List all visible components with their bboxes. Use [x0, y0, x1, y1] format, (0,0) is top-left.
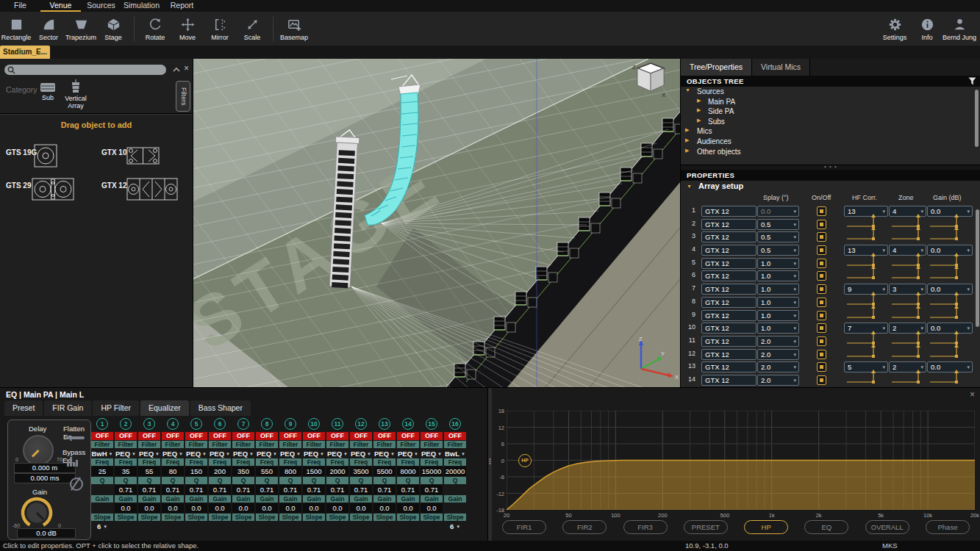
response-plot[interactable]: HP	[507, 411, 975, 510]
hf-corr-select[interactable]: 7▾	[844, 323, 888, 334]
splay-select[interactable]: 1.0▾	[757, 310, 799, 321]
q-value[interactable]: 0.71	[209, 485, 231, 494]
freq-value[interactable]: 3500	[350, 467, 372, 476]
splay-select[interactable]: 0.5▾	[757, 231, 799, 242]
splay-select[interactable]: 2.0▾	[757, 336, 799, 347]
onoff-checkbox[interactable]	[817, 336, 826, 346]
channel-number[interactable]: 14	[402, 418, 414, 430]
tree-expand-arrow[interactable]: ▶	[685, 137, 689, 143]
section-expand-arrow[interactable]: ▼	[687, 184, 692, 189]
splay-select[interactable]: 2.0▾	[757, 349, 799, 360]
zone-select[interactable]: 4▾	[889, 245, 926, 256]
model-select[interactable]: GTX 12	[701, 349, 757, 360]
trapezium-tool[interactable]: Trapezium	[65, 12, 97, 45]
scale-tool[interactable]: Scale	[236, 12, 268, 45]
tab-equalizer[interactable]: Equalizer	[140, 400, 189, 416]
model-select[interactable]: GTX 12	[701, 361, 757, 372]
curve-toggle-button[interactable]: OVERALL	[865, 520, 909, 534]
splay-select[interactable]: 1.0▾	[757, 258, 799, 269]
freq-value[interactable]: 150	[185, 467, 207, 476]
q-value[interactable]: 0.71	[421, 485, 443, 494]
gain-select[interactable]: 0.0▾	[927, 206, 973, 217]
filter-type-select[interactable]: PEQ▼	[233, 450, 254, 458]
model-select[interactable]: GTX 12	[701, 336, 757, 347]
filter-type-select[interactable]: PEQ▼	[374, 450, 395, 458]
splay-select[interactable]: 1.0▾	[757, 297, 799, 308]
q-value[interactable]: 0.71	[279, 485, 301, 494]
filter-onoff-button[interactable]: OFF	[397, 432, 419, 440]
onoff-checkbox[interactable]	[817, 271, 826, 281]
onoff-checkbox[interactable]	[817, 245, 826, 255]
filter-type-select[interactable]: PEQ▼	[327, 450, 348, 458]
filter-type-select[interactable]: PEQ▼	[351, 450, 371, 458]
filter-onoff-button[interactable]: OFF	[115, 432, 137, 440]
tab-hp-filter[interactable]: HP Filter	[93, 400, 139, 416]
gain-value[interactable]: 0.0	[138, 503, 160, 513]
array-setup-section[interactable]: ▼ Array setup	[681, 181, 980, 194]
graph-splitter[interactable]: •••	[488, 388, 492, 541]
mirror-tool[interactable]: Mirror	[204, 12, 236, 45]
onoff-checkbox[interactable]	[817, 350, 826, 359]
gain-knob[interactable]	[20, 496, 54, 530]
stage-tool[interactable]: Stage	[97, 12, 129, 45]
filter-onoff-button[interactable]: OFF	[303, 432, 325, 440]
gain-value[interactable]: 0.0	[209, 503, 231, 513]
channel-number[interactable]: 9	[285, 418, 296, 430]
channel-number[interactable]: 2	[120, 418, 132, 430]
channel-number[interactable]: 8	[261, 418, 273, 430]
freq-value[interactable]: 15000	[421, 467, 443, 476]
close-eq-panel-icon[interactable]: ×	[970, 389, 975, 400]
model-select[interactable]: GTX 12	[701, 270, 757, 281]
q-value[interactable]: 0.71	[138, 485, 160, 494]
tree-item[interactable]: ▶ Main PA	[681, 97, 980, 107]
onoff-checkbox[interactable]	[817, 220, 826, 229]
channel-number[interactable]: 12	[355, 418, 367, 430]
tree-expand-arrow[interactable]: ▶	[697, 98, 701, 104]
settings-button[interactable]: Settings	[879, 12, 911, 45]
q-value[interactable]: 0.71	[162, 485, 184, 494]
tree-item[interactable]: ▶ Mics	[681, 126, 980, 137]
menu-venue[interactable]: Venue	[40, 0, 81, 12]
category-vertical-array[interactable]: Vertical Array	[60, 79, 91, 109]
model-select[interactable]: GTX 12	[701, 219, 757, 230]
q-value[interactable]: 0.71	[326, 485, 348, 494]
zone-select[interactable]: 4▾	[889, 206, 926, 217]
gain-value[interactable]: 0.0	[421, 503, 443, 513]
filter-onoff-button[interactable]: OFF	[91, 432, 113, 440]
bypass-eq-icon[interactable]	[67, 457, 78, 467]
tab-fir-gain[interactable]: FIR Gain	[44, 400, 91, 416]
tree-item[interactable]: ▶ Subs	[681, 117, 980, 127]
tab-bass-shaper[interactable]: Bass Shaper	[190, 400, 251, 416]
freq-value[interactable]: 550	[256, 467, 278, 476]
splay-select[interactable]: 0.5▾	[757, 219, 799, 230]
filter-onoff-button[interactable]: OFF	[279, 432, 301, 440]
freq-value[interactable]: 35	[115, 467, 137, 476]
filter-type-select[interactable]: PEQ▼	[280, 450, 301, 458]
hf-corr-select[interactable]: 9▾	[844, 284, 888, 295]
filter-onoff-button[interactable]: OFF	[256, 432, 278, 440]
tree-filter-icon[interactable]	[968, 77, 976, 85]
menu-report[interactable]: Report	[162, 0, 202, 12]
tree-item[interactable]: ▶ Audiences	[681, 137, 980, 147]
channel-number[interactable]: 10	[308, 418, 320, 430]
tree-expand-arrow[interactable]: ▶	[685, 127, 689, 133]
filter-type-select[interactable]: PEQ▼	[210, 450, 230, 458]
filter-onoff-button[interactable]: OFF	[373, 432, 396, 440]
tree-expand-arrow[interactable]: ▼	[685, 87, 690, 93]
filter-type-select[interactable]: PEQ▼	[115, 450, 136, 458]
tree-item[interactable]: ▶ Other objects	[681, 147, 980, 157]
close-panel-icon[interactable]: ×	[184, 63, 189, 73]
zone-select[interactable]: 2▾	[889, 361, 926, 372]
gain-select[interactable]: 0.0▾	[927, 361, 973, 372]
channel-number[interactable]: 11	[332, 418, 343, 430]
filter-type-select[interactable]: PEQ▼	[186, 450, 207, 458]
filter-type-select[interactable]: PEQ▼	[257, 450, 277, 458]
curve-toggle-button[interactable]: FIR1	[502, 520, 546, 534]
model-select[interactable]: GTX 12	[701, 323, 757, 334]
viewport-3d[interactable]: STAGE	[193, 59, 680, 387]
rotate-tool[interactable]: Rotate	[139, 12, 171, 45]
q-value[interactable]: 0.71	[232, 485, 254, 494]
gain-value[interactable]: 0.0	[185, 503, 207, 513]
gain-value[interactable]: 0.0	[326, 503, 348, 513]
tree-expand-arrow[interactable]: ▶	[685, 148, 689, 154]
